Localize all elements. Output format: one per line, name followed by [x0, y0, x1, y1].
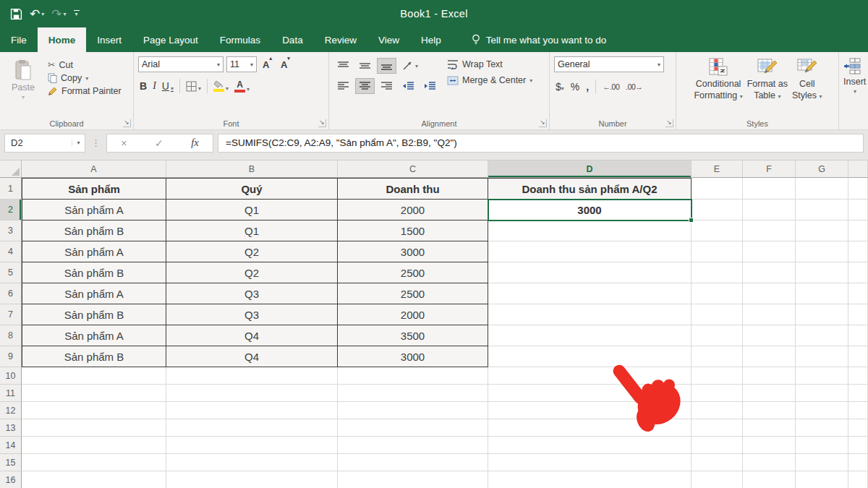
cell-C12[interactable]	[338, 402, 488, 419]
cell-partial[interactable]	[848, 262, 868, 283]
cell-D11[interactable]	[488, 385, 692, 402]
cell-F13[interactable]	[743, 419, 796, 437]
cell-B4[interactable]: Q2	[166, 241, 338, 262]
row-header-3[interactable]: 3	[0, 221, 22, 241]
row-header-10[interactable]: 10	[0, 367, 22, 385]
cell-C9[interactable]: 3000	[338, 346, 488, 367]
cell-A6[interactable]: Sản phẩm A	[22, 283, 166, 304]
bottom-align-button[interactable]	[377, 58, 396, 74]
cell-B2[interactable]: Q1	[166, 200, 338, 221]
cell-partial[interactable]	[848, 241, 868, 262]
cell-partial[interactable]	[848, 221, 868, 241]
cell-partial[interactable]	[848, 200, 868, 221]
alignment-dialog-launcher[interactable]: ↘	[539, 119, 547, 127]
cell-F14[interactable]	[743, 437, 796, 454]
cell-B1[interactable]: Quý	[166, 178, 338, 200]
tab-home[interactable]: Home	[38, 27, 87, 52]
cell-partial[interactable]	[848, 402, 868, 419]
cell-D2[interactable]: 3000	[488, 200, 692, 221]
cell-A1[interactable]: Sản phẩm	[22, 178, 166, 200]
cell-F11[interactable]	[743, 385, 796, 402]
cell-B10[interactable]	[166, 367, 338, 385]
cell-A8[interactable]: Sản phẩm A	[22, 325, 166, 346]
tab-page-layout[interactable]: Page Layout	[132, 27, 209, 52]
cell-C7[interactable]: 2000	[338, 304, 488, 325]
cell-F3[interactable]	[743, 221, 796, 241]
column-header-E[interactable]: E	[692, 160, 743, 178]
decrease-indent-button[interactable]	[399, 78, 418, 94]
row-header-12[interactable]: 12	[0, 402, 22, 419]
cell-E7[interactable]	[692, 304, 743, 325]
cell-A9[interactable]: Sản phẩm B	[22, 346, 166, 367]
cell-B15[interactable]	[166, 454, 338, 471]
formula-input[interactable]: =SUMIFS(C2:C9, A2:A9, "Sản phẩm A", B2:B…	[218, 134, 864, 153]
cancel-button[interactable]: ×	[121, 137, 127, 149]
cell-G14[interactable]	[796, 437, 848, 454]
cell-B14[interactable]	[166, 437, 338, 454]
cell-C6[interactable]: 2500	[338, 283, 488, 304]
cell-G13[interactable]	[796, 419, 848, 437]
cell-F5[interactable]	[743, 262, 796, 283]
cell-D9[interactable]	[488, 346, 692, 367]
clipboard-dialog-launcher[interactable]: ↘	[123, 119, 131, 127]
cell-G2[interactable]	[796, 200, 848, 221]
cell-A15[interactable]	[22, 454, 166, 471]
cell-F8[interactable]	[743, 325, 796, 346]
increase-font-size-button[interactable]: A▴	[260, 59, 275, 70]
cell-F16[interactable]	[743, 471, 796, 488]
cell-E4[interactable]	[692, 241, 743, 262]
tab-view[interactable]: View	[367, 27, 410, 52]
cell-E14[interactable]	[692, 437, 743, 454]
cell-D5[interactable]	[488, 262, 692, 283]
cell-E1[interactable]	[692, 178, 743, 200]
cell-C14[interactable]	[338, 437, 488, 454]
decrease-font-size-button[interactable]: A▾	[278, 59, 293, 70]
cell-F9[interactable]	[743, 346, 796, 367]
cell-A7[interactable]: Sản phẩm B	[22, 304, 166, 325]
cell-partial[interactable]	[848, 304, 868, 325]
cell-G6[interactable]	[796, 283, 848, 304]
cell-D8[interactable]	[488, 325, 692, 346]
cell-G15[interactable]	[796, 454, 848, 471]
percent-style-button[interactable]: %	[571, 81, 579, 93]
column-header-partial[interactable]	[848, 160, 868, 178]
cell-C2[interactable]: 2000	[338, 200, 488, 221]
cell-D6[interactable]	[488, 283, 692, 304]
middle-align-button[interactable]	[355, 58, 375, 74]
cell-partial[interactable]	[848, 471, 868, 488]
cell-F1[interactable]	[743, 178, 796, 200]
cell-C5[interactable]: 2500	[338, 262, 488, 283]
row-header-4[interactable]: 4	[0, 241, 22, 262]
cell-B11[interactable]	[166, 385, 338, 402]
tab-data[interactable]: Data	[271, 27, 314, 52]
tab-formulas[interactable]: Formulas	[209, 27, 271, 52]
cell-A3[interactable]: Sản phẩm B	[22, 221, 166, 241]
row-header-7[interactable]: 7	[0, 304, 22, 325]
cell-F2[interactable]	[743, 200, 796, 221]
select-all-button[interactable]	[0, 160, 22, 178]
cell-G4[interactable]	[796, 241, 848, 262]
cell-styles-button[interactable]: CellStyles ▾	[792, 56, 822, 116]
row-header-1[interactable]: 1	[0, 178, 22, 200]
cell-D1[interactable]: Doanh thu sản phẩm A/Q2	[488, 178, 692, 200]
cell-G12[interactable]	[796, 402, 848, 419]
column-header-D[interactable]: D	[488, 160, 692, 178]
cell-G16[interactable]	[796, 471, 848, 488]
cell-G9[interactable]	[796, 346, 848, 367]
cell-F6[interactable]	[743, 283, 796, 304]
cell-E11[interactable]	[692, 385, 743, 402]
cell-A5[interactable]: Sản phẩm B	[22, 262, 166, 283]
merge-center-button[interactable]: Merge & Center ▾	[447, 75, 532, 85]
cell-A4[interactable]: Sản phẩm A	[22, 241, 166, 262]
row-header-14[interactable]: 14	[0, 437, 22, 454]
cell-B7[interactable]: Q3	[166, 304, 338, 325]
cell-D7[interactable]	[488, 304, 692, 325]
row-header-8[interactable]: 8	[0, 325, 22, 346]
bold-button[interactable]: B	[140, 80, 147, 92]
align-right-button[interactable]	[377, 78, 396, 94]
cell-F10[interactable]	[743, 367, 796, 385]
cell-partial[interactable]	[848, 178, 868, 200]
row-header-13[interactable]: 13	[0, 419, 22, 437]
column-header-C[interactable]: C	[338, 160, 488, 178]
cell-partial[interactable]	[848, 437, 868, 454]
